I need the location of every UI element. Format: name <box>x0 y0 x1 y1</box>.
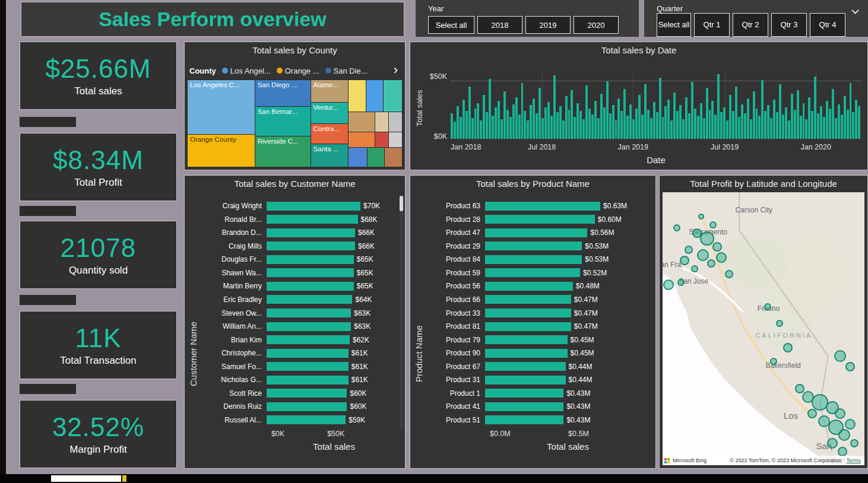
date-bar[interactable] <box>770 118 772 139</box>
profit-bubble[interactable] <box>673 224 680 231</box>
date-bar[interactable] <box>620 111 623 139</box>
date-bar[interactable] <box>673 93 676 139</box>
treemap-cell[interactable] <box>389 132 402 148</box>
date-bar[interactable] <box>688 113 690 139</box>
bar[interactable] <box>267 415 346 424</box>
date-bar[interactable] <box>612 105 614 139</box>
quarter-option-qtr-1[interactable]: Qtr 1 <box>694 13 730 37</box>
bar[interactable] <box>267 389 347 398</box>
profit-bubble[interactable] <box>677 279 685 286</box>
date-bar[interactable] <box>588 109 591 139</box>
date-bar[interactable] <box>615 120 617 139</box>
legend-item[interactable]: Orange ... <box>277 66 319 75</box>
date-bar[interactable] <box>794 110 796 139</box>
date-bar[interactable] <box>457 106 459 139</box>
date-bar[interactable] <box>644 84 647 139</box>
date-bar[interactable] <box>585 85 588 139</box>
date-bar[interactable] <box>659 78 661 139</box>
date-bar[interactable] <box>691 82 693 139</box>
scrollbar-thumb[interactable] <box>400 196 403 211</box>
bar[interactable] <box>267 255 354 264</box>
date-bar[interactable] <box>838 104 840 139</box>
profit-bubble[interactable] <box>716 252 727 263</box>
date-bar[interactable] <box>486 112 488 139</box>
date-bar[interactable] <box>594 101 597 139</box>
date-bar[interactable] <box>729 95 731 139</box>
date-bar[interactable] <box>600 94 603 139</box>
date-bar[interactable] <box>454 122 456 139</box>
date-bar[interactable] <box>582 119 585 139</box>
bar[interactable] <box>267 215 358 224</box>
date-bar[interactable] <box>626 116 629 139</box>
date-bar[interactable] <box>747 98 749 139</box>
date-bar[interactable] <box>460 117 462 139</box>
treemap-cell[interactable] <box>349 148 368 167</box>
treemap-cell[interactable] <box>349 132 375 148</box>
profit-bubble[interactable] <box>663 279 674 290</box>
date-bar[interactable] <box>617 98 620 139</box>
date-bar[interactable] <box>726 120 728 139</box>
quarter-option-qtr-2[interactable]: Qtr 2 <box>733 13 768 37</box>
date-bar[interactable] <box>670 120 673 139</box>
date-bar[interactable] <box>744 113 746 139</box>
date-bar[interactable] <box>574 117 576 139</box>
date-bar[interactable] <box>550 116 553 139</box>
treemap-cell[interactable]: Riverside C... <box>255 136 311 167</box>
date-bar[interactable] <box>650 118 652 139</box>
profit-bubble[interactable] <box>691 265 698 272</box>
date-bar[interactable] <box>779 84 781 139</box>
profit-bubble[interactable] <box>725 270 733 278</box>
bar[interactable] <box>485 349 568 358</box>
date-bar[interactable] <box>753 91 755 139</box>
bar[interactable] <box>485 322 571 331</box>
date-bar[interactable] <box>847 110 849 139</box>
date-bar[interactable] <box>547 102 550 139</box>
date-bar[interactable] <box>603 107 606 139</box>
date-bar[interactable] <box>503 91 506 139</box>
date-bar[interactable] <box>506 110 509 139</box>
date-bar[interactable] <box>855 100 857 139</box>
bar[interactable] <box>485 242 582 250</box>
date-bar[interactable] <box>641 115 644 139</box>
map-terms-link[interactable]: Terms <box>845 457 863 463</box>
date-bar[interactable] <box>468 87 471 139</box>
profit-bubble[interactable] <box>700 231 714 246</box>
treemap-cell[interactable]: Los Angeles C... <box>188 80 255 135</box>
date-bar[interactable] <box>635 109 638 139</box>
date-bar[interactable] <box>797 90 799 139</box>
date-bar[interactable] <box>706 88 708 139</box>
date-bar[interactable] <box>758 116 761 139</box>
date-bar[interactable] <box>480 120 482 139</box>
date-bar[interactable] <box>835 118 837 139</box>
bar[interactable] <box>485 215 595 224</box>
profit-bubble[interactable] <box>707 259 715 268</box>
profit-bubble[interactable] <box>807 409 817 418</box>
date-bar[interactable] <box>524 111 526 139</box>
scrollbar[interactable] <box>400 196 403 430</box>
date-bar[interactable] <box>521 83 524 139</box>
date-bar[interactable] <box>782 115 784 139</box>
date-bar[interactable] <box>852 112 854 139</box>
date-bar[interactable] <box>518 115 521 139</box>
date-bar[interactable] <box>750 119 752 139</box>
bar[interactable] <box>485 255 582 264</box>
date-bar[interactable] <box>679 105 682 139</box>
profit-bubble[interactable] <box>835 408 845 419</box>
date-bar[interactable] <box>500 119 503 139</box>
date-bar[interactable] <box>638 95 641 139</box>
profit-bubble[interactable] <box>783 343 793 352</box>
date-bar[interactable] <box>495 107 497 139</box>
bar[interactable] <box>267 282 354 291</box>
date-bar[interactable] <box>685 97 688 139</box>
bar[interactable] <box>267 309 351 317</box>
date-bar[interactable] <box>492 116 494 139</box>
date-bar[interactable] <box>741 104 743 139</box>
date-bar[interactable] <box>465 111 468 139</box>
date-bar[interactable] <box>788 120 790 139</box>
legend-item[interactable]: San Die... <box>325 66 368 75</box>
treemap-cell[interactable]: Ventur... <box>311 103 349 125</box>
date-bar[interactable] <box>703 118 705 139</box>
profit-bubble[interactable] <box>764 303 771 310</box>
date-bar[interactable] <box>576 103 579 139</box>
year-option-2020[interactable]: 2020 <box>574 16 619 34</box>
